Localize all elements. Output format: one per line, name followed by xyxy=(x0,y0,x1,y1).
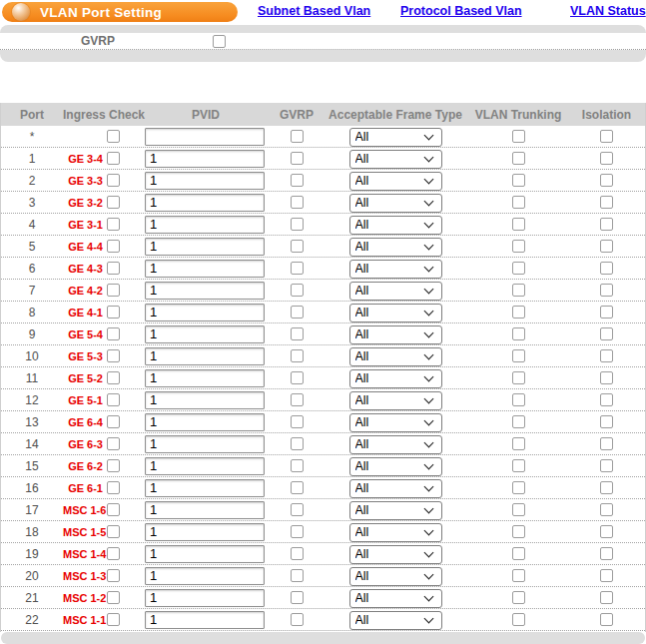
vlan-trunking-checkbox[interactable] xyxy=(512,459,525,472)
isolation-checkbox[interactable] xyxy=(600,481,613,494)
ingress-check-checkbox[interactable] xyxy=(107,306,120,319)
pvid-input[interactable] xyxy=(145,545,265,563)
gvrp-checkbox[interactable] xyxy=(291,547,304,560)
vlan-trunking-checkbox[interactable] xyxy=(512,591,525,604)
gvrp-checkbox[interactable] xyxy=(291,218,304,231)
link-vlan-status[interactable]: VLAN Status xyxy=(570,4,646,18)
ingress-check-checkbox[interactable] xyxy=(107,262,120,275)
isolation-checkbox[interactable] xyxy=(600,569,613,582)
pvid-input[interactable] xyxy=(145,172,265,190)
ingress-check-checkbox[interactable] xyxy=(107,240,120,253)
pvid-input[interactable] xyxy=(145,369,265,387)
isolation-checkbox[interactable] xyxy=(600,327,613,340)
pvid-input[interactable] xyxy=(145,128,265,146)
vlan-trunking-checkbox[interactable] xyxy=(512,547,525,560)
acceptable-frame-type-select[interactable]: All xyxy=(349,194,442,213)
gvrp-checkbox[interactable] xyxy=(291,437,304,450)
isolation-checkbox[interactable] xyxy=(600,174,613,187)
acceptable-frame-type-select[interactable]: All xyxy=(349,304,442,322)
acceptable-frame-type-select[interactable]: All xyxy=(349,282,442,301)
pvid-input[interactable] xyxy=(145,304,265,322)
acceptable-frame-type-select[interactable]: All xyxy=(349,523,442,542)
vlan-trunking-checkbox[interactable] xyxy=(512,569,525,582)
link-protocol-based-vlan[interactable]: Protocol Based Vlan xyxy=(400,4,522,18)
ingress-check-checkbox[interactable] xyxy=(107,196,120,209)
gvrp-checkbox[interactable] xyxy=(291,240,304,253)
isolation-checkbox[interactable] xyxy=(600,306,613,319)
pvid-input[interactable] xyxy=(145,391,265,409)
pvid-input[interactable] xyxy=(145,194,265,212)
ingress-check-checkbox[interactable] xyxy=(107,130,120,143)
acceptable-frame-type-select[interactable]: All xyxy=(349,238,442,257)
gvrp-checkbox[interactable] xyxy=(291,613,304,626)
acceptable-frame-type-select[interactable]: All xyxy=(349,413,442,432)
acceptable-frame-type-select[interactable]: All xyxy=(349,611,442,630)
pvid-input[interactable] xyxy=(145,282,265,300)
ingress-check-checkbox[interactable] xyxy=(107,525,120,538)
ingress-check-checkbox[interactable] xyxy=(107,327,120,340)
isolation-checkbox[interactable] xyxy=(600,262,613,275)
acceptable-frame-type-select[interactable]: All xyxy=(349,435,442,454)
ingress-check-checkbox[interactable] xyxy=(107,371,120,384)
isolation-checkbox[interactable] xyxy=(600,349,613,362)
gvrp-checkbox[interactable] xyxy=(291,327,304,340)
vlan-trunking-checkbox[interactable] xyxy=(512,130,525,143)
acceptable-frame-type-select[interactable]: All xyxy=(349,457,442,476)
acceptable-frame-type-select[interactable]: All xyxy=(349,260,442,279)
isolation-checkbox[interactable] xyxy=(600,613,613,626)
ingress-check-checkbox[interactable] xyxy=(107,393,120,406)
isolation-checkbox[interactable] xyxy=(600,130,613,143)
gvrp-checkbox[interactable] xyxy=(291,591,304,604)
vlan-trunking-checkbox[interactable] xyxy=(512,437,525,450)
gvrp-checkbox[interactable] xyxy=(291,284,304,297)
pvid-input[interactable] xyxy=(145,611,265,629)
pvid-input[interactable] xyxy=(145,347,265,365)
gvrp-checkbox[interactable] xyxy=(291,569,304,582)
isolation-checkbox[interactable] xyxy=(600,240,613,253)
acceptable-frame-type-select[interactable]: All xyxy=(349,150,442,169)
pvid-input[interactable] xyxy=(145,413,265,431)
vlan-trunking-checkbox[interactable] xyxy=(512,262,525,275)
pvid-input[interactable] xyxy=(145,238,265,256)
vlan-trunking-checkbox[interactable] xyxy=(512,327,525,340)
isolation-checkbox[interactable] xyxy=(600,284,613,297)
isolation-checkbox[interactable] xyxy=(600,437,613,450)
ingress-check-checkbox[interactable] xyxy=(107,174,120,187)
ingress-check-checkbox[interactable] xyxy=(107,437,120,450)
ingress-check-checkbox[interactable] xyxy=(107,547,120,560)
acceptable-frame-type-select[interactable]: All xyxy=(349,128,442,147)
ingress-check-checkbox[interactable] xyxy=(107,415,120,428)
vlan-trunking-checkbox[interactable] xyxy=(512,371,525,384)
pvid-input[interactable] xyxy=(145,216,265,234)
ingress-check-checkbox[interactable] xyxy=(107,349,120,362)
acceptable-frame-type-select[interactable]: All xyxy=(349,325,442,344)
vlan-trunking-checkbox[interactable] xyxy=(512,349,525,362)
ingress-check-checkbox[interactable] xyxy=(107,613,120,626)
vlan-trunking-checkbox[interactable] xyxy=(512,196,525,209)
gvrp-checkbox[interactable] xyxy=(291,306,304,319)
vlan-trunking-checkbox[interactable] xyxy=(512,174,525,187)
pvid-input[interactable] xyxy=(145,567,265,585)
gvrp-checkbox[interactable] xyxy=(291,393,304,406)
pvid-input[interactable] xyxy=(145,435,265,453)
ingress-check-checkbox[interactable] xyxy=(107,218,120,231)
ingress-check-checkbox[interactable] xyxy=(107,152,120,165)
isolation-checkbox[interactable] xyxy=(600,196,613,209)
acceptable-frame-type-select[interactable]: All xyxy=(349,172,442,191)
gvrp-checkbox[interactable] xyxy=(291,481,304,494)
acceptable-frame-type-select[interactable]: All xyxy=(349,391,442,410)
gvrp-checkbox[interactable] xyxy=(291,459,304,472)
isolation-checkbox[interactable] xyxy=(600,152,613,165)
pvid-input[interactable] xyxy=(145,501,265,519)
isolation-checkbox[interactable] xyxy=(600,218,613,231)
vlan-trunking-checkbox[interactable] xyxy=(512,306,525,319)
pvid-input[interactable] xyxy=(145,150,265,168)
gvrp-checkbox[interactable] xyxy=(291,371,304,384)
pvid-input[interactable] xyxy=(145,523,265,541)
gvrp-checkbox[interactable] xyxy=(291,196,304,209)
vlan-trunking-checkbox[interactable] xyxy=(512,415,525,428)
acceptable-frame-type-select[interactable]: All xyxy=(349,216,442,235)
gvrp-checkbox[interactable] xyxy=(291,349,304,362)
vlan-trunking-checkbox[interactable] xyxy=(512,393,525,406)
link-subnet-based-vlan[interactable]: Subnet Based Vlan xyxy=(258,4,370,18)
